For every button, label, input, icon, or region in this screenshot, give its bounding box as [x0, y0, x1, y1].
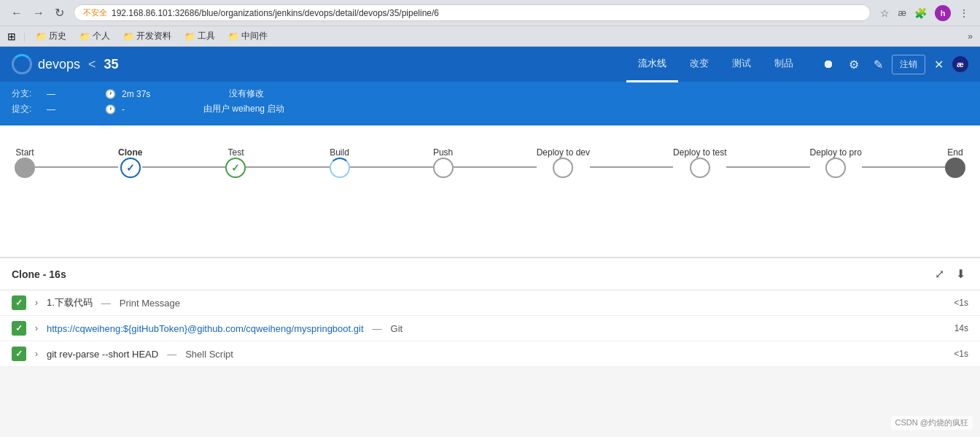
- stage-deploy-dev-node: [553, 158, 573, 178]
- nav-tabs: 流水线 改变 测试 制品: [626, 47, 805, 82]
- close-button[interactable]: ✕: [928, 53, 949, 76]
- started-by: 由用户 weiheng 启动: [203, 103, 284, 115]
- log-step-name-2[interactable]: https://cqweiheng:${gitHubToken}@github.…: [47, 323, 364, 334]
- branch-label: 分支:: [12, 88, 41, 100]
- log-step-type-3: Shell Script: [185, 349, 233, 360]
- folder-icon: 📁: [79, 31, 90, 42]
- log-entry-1: ✓ › 1.下载代码 — Print Message <1s: [0, 290, 980, 316]
- log-separator-1: —: [101, 298, 111, 309]
- bookmark-tools[interactable]: 📁 工具: [182, 28, 218, 44]
- meta-row-branch: 分支: — 🕐 2m 37s 没有修改: [12, 88, 968, 100]
- pipeline-title: devops < 35: [38, 57, 119, 72]
- log-step-type-1: Print Message: [120, 298, 180, 309]
- stage-end-node: [945, 158, 965, 178]
- log-header: Clone - 16s ⤢ ⬇: [0, 258, 980, 290]
- stage-push-node: [433, 158, 454, 178]
- tab-pipeline[interactable]: 流水线: [626, 47, 678, 82]
- log-duration-2: 14s: [954, 323, 968, 333]
- bookmark-history[interactable]: 📁 历史: [33, 28, 69, 44]
- no-changes: 没有修改: [229, 88, 264, 100]
- record-button[interactable]: ⏺: [817, 53, 840, 75]
- stage-build-node: [330, 158, 350, 178]
- stage-push[interactable]: Push: [433, 147, 454, 178]
- folder-icon: 📁: [123, 31, 134, 42]
- duration-value: 2m 37s: [122, 89, 150, 99]
- check-icon: ✓: [231, 162, 240, 174]
- log-step-name-3: git rev-parse --short HEAD: [47, 349, 158, 360]
- extensions-button[interactable]: 🧩: [911, 6, 930, 20]
- nav-actions: ⏺ ⚙ ✎ 注销 ✕ æ: [817, 53, 968, 76]
- connector-7: [726, 166, 809, 168]
- bookmark-label: 中间件: [241, 30, 268, 42]
- star-button[interactable]: ☆: [876, 6, 893, 20]
- bookmarks-bar: ⊞ | 📁 历史 📁 个人 📁 开发资料 📁 工具 📁 中间件 »: [0, 26, 980, 47]
- menu-button[interactable]: ⋮: [955, 6, 973, 20]
- tab-tests[interactable]: 测试: [720, 47, 763, 82]
- log-expand-btn-3[interactable]: ›: [32, 349, 41, 359]
- log-step-type-2: Git: [391, 323, 403, 334]
- url-text: 192.168.86.101:32686/blue/organizations/…: [112, 8, 439, 18]
- meta-bar: 分支: — 🕐 2m 37s 没有修改 提交: — 🕐 - 由用户 weihen…: [0, 82, 980, 125]
- forward-button[interactable]: →: [29, 5, 48, 21]
- bookmark-devdoc[interactable]: 📁 开发资料: [120, 28, 174, 44]
- log-header-actions: ⤢ ⬇: [932, 266, 968, 282]
- log-expand-btn-1[interactable]: ›: [32, 298, 41, 308]
- folder-icon: 📁: [228, 31, 239, 42]
- expand-log-button[interactable]: ⤢: [932, 266, 947, 282]
- nav-buttons: ← → ↻: [7, 4, 68, 21]
- security-warning: 不安全: [83, 7, 107, 18]
- back-button[interactable]: ←: [7, 5, 26, 21]
- stage-clone[interactable]: Clone ✓: [118, 147, 142, 178]
- reload-button[interactable]: ↻: [51, 4, 68, 21]
- bookmark-middleware[interactable]: 📁 中间件: [225, 28, 271, 44]
- user-nav-avatar[interactable]: æ: [952, 56, 968, 72]
- bookmarks-more[interactable]: »: [968, 31, 973, 42]
- stage-test-node: ✓: [225, 158, 246, 178]
- browser-actions: ☆ æ 🧩 h ⋮: [876, 5, 973, 21]
- log-entry-2: ✓ › https://cqweiheng:${gitHubToken}@git…: [0, 316, 980, 341]
- connector-4: [350, 166, 433, 168]
- tab-changes[interactable]: 改变: [678, 47, 720, 82]
- settings-button[interactable]: ⚙: [843, 53, 865, 76]
- pipeline-area: Start Clone ✓ Test ✓ Build Pus: [0, 125, 980, 257]
- bookmark-label: 工具: [198, 30, 215, 42]
- log-step-name-1: 1.下载代码: [47, 296, 93, 309]
- tab-artifacts[interactable]: 制品: [763, 47, 805, 82]
- breadcrumb-separator: <: [88, 57, 100, 71]
- download-log-button[interactable]: ⬇: [953, 266, 968, 282]
- meta-row-commit: 提交: — 🕐 - 由用户 weiheng 启动: [12, 103, 968, 115]
- bookmark-label: 历史: [49, 30, 66, 42]
- stage-build[interactable]: Build: [330, 147, 350, 178]
- log-duration-3: <1s: [954, 349, 968, 359]
- stage-deploy-pro[interactable]: Deploy to pro: [810, 147, 862, 178]
- logout-button[interactable]: 注销: [892, 55, 925, 74]
- stage-deploy-dev[interactable]: Deploy to dev: [537, 147, 590, 178]
- stage-clone-label: Clone: [118, 147, 142, 158]
- connector-6: [590, 166, 673, 168]
- stages-row: Start Clone ✓ Test ✓ Build Pus: [15, 147, 965, 178]
- logo-area: devops < 35: [12, 54, 119, 74]
- connector-3: [246, 166, 329, 168]
- stage-deploy-test[interactable]: Deploy to test: [673, 147, 726, 178]
- log-separator-2: —: [373, 323, 382, 334]
- bookmark-personal[interactable]: 📁 个人: [77, 28, 113, 44]
- browser-chrome: ← → ↻ 不安全 192.168.86.101:32686/blue/orga…: [0, 0, 980, 26]
- stage-start[interactable]: Start: [15, 147, 35, 178]
- commit-value: —: [47, 104, 55, 115]
- time-value: -: [122, 104, 125, 115]
- log-separator-3: —: [167, 349, 176, 360]
- check-icon: ✓: [126, 162, 135, 174]
- apps-icon[interactable]: ⊞: [7, 31, 16, 42]
- log-expand-btn-2[interactable]: ›: [32, 323, 41, 333]
- log-status-badge-1: ✓: [12, 295, 26, 310]
- address-bar[interactable]: 不安全 192.168.86.101:32686/blue/organizati…: [74, 4, 871, 21]
- log-status-badge-2: ✓: [12, 321, 26, 336]
- stage-test[interactable]: Test ✓: [225, 147, 246, 178]
- edit-button[interactable]: ✎: [868, 53, 889, 76]
- log-entry-3: ✓ › git rev-parse --short HEAD — Shell S…: [0, 341, 980, 367]
- stage-end[interactable]: End: [945, 147, 965, 178]
- log-area: Clone - 16s ⤢ ⬇ ✓ › 1.下载代码 — Print Messa…: [0, 257, 980, 367]
- clock-icon: 🕐: [105, 104, 116, 115]
- user-avatar[interactable]: h: [935, 5, 951, 21]
- log-duration-1: <1s: [954, 298, 968, 308]
